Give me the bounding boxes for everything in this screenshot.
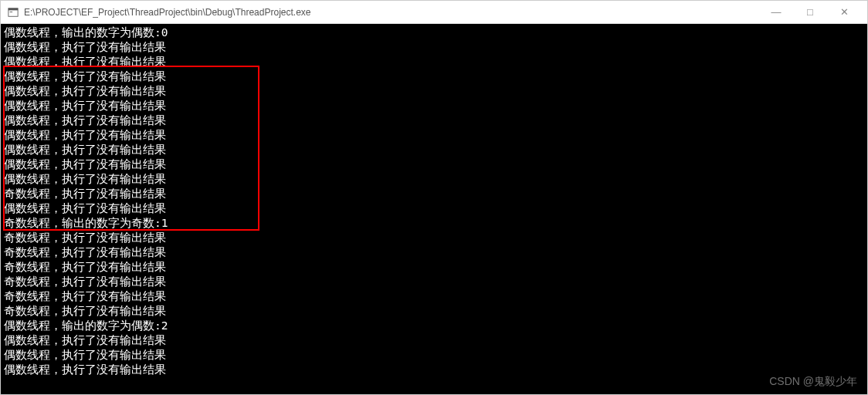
minimize-button[interactable]: — <box>759 2 793 23</box>
window-controls: — □ ✕ <box>759 2 861 23</box>
app-icon <box>7 6 19 19</box>
console-line: 奇数线程，执行了没有输出结果 <box>4 304 864 319</box>
console-line: 偶数线程，执行了没有输出结果 <box>4 84 864 99</box>
maximize-button[interactable]: □ <box>793 2 827 23</box>
console-line: 偶数线程，执行了没有输出结果 <box>4 172 864 187</box>
console-line: 偶数线程，执行了没有输出结果 <box>4 157 864 172</box>
console-line: 偶数线程，执行了没有输出结果 <box>4 143 864 157</box>
close-button[interactable]: ✕ <box>827 2 861 23</box>
svg-rect-1 <box>8 8 18 10</box>
console-line: 偶数线程，输出的数字为偶数:2 <box>4 319 864 333</box>
console-output[interactable]: 偶数线程，输出的数字为偶数:0 偶数线程，执行了没有输出结果 偶数线程，执行了没… <box>1 24 867 394</box>
svg-rect-2 <box>10 12 13 12</box>
console-line: 奇数线程，执行了没有输出结果 <box>4 275 864 289</box>
console-line: 偶数线程，执行了没有输出结果 <box>4 363 864 377</box>
console-window: E:\PROJECT\EF_Project\ThreadProject\bin\… <box>0 0 868 395</box>
console-line: 偶数线程，执行了没有输出结果 <box>4 113 864 128</box>
console-line: 奇数线程，执行了没有输出结果 <box>4 260 864 275</box>
window-title: E:\PROJECT\EF_Project\ThreadProject\bin\… <box>24 7 754 18</box>
console-line: 奇数线程，执行了没有输出结果 <box>4 245 864 260</box>
console-line: 偶数线程，执行了没有输出结果 <box>4 128 864 143</box>
console-line: 偶数线程，执行了没有输出结果 <box>4 348 864 363</box>
console-line: 奇数线程，执行了没有输出结果 <box>4 289 864 304</box>
console-line: 偶数线程，执行了没有输出结果 <box>4 69 864 84</box>
console-line: 奇数线程，输出的数字为奇数:1 <box>4 216 864 231</box>
console-line: 偶数线程，执行了没有输出结果 <box>4 201 864 216</box>
console-line: 偶数线程，输出的数字为偶数:0 <box>4 25 864 40</box>
titlebar[interactable]: E:\PROJECT\EF_Project\ThreadProject\bin\… <box>1 1 867 24</box>
console-line: 偶数线程，执行了没有输出结果 <box>4 40 864 55</box>
console-line: 奇数线程，执行了没有输出结果 <box>4 187 864 201</box>
console-line: 奇数线程，执行了没有输出结果 <box>4 231 864 245</box>
console-line: 偶数线程，执行了没有输出结果 <box>4 99 864 113</box>
console-line: 偶数线程，执行了没有输出结果 <box>4 55 864 69</box>
console-line: 偶数线程，执行了没有输出结果 <box>4 333 864 348</box>
